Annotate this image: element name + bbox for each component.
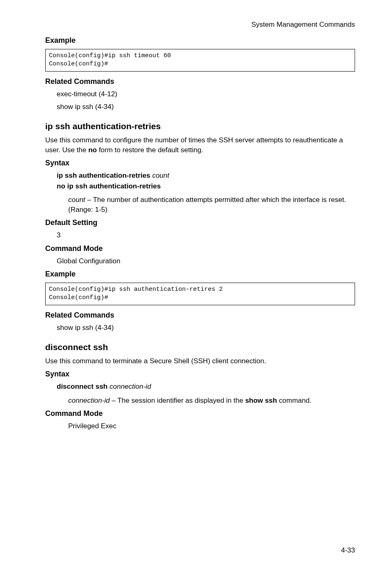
command-description: Use this command to configure the number… [45, 135, 355, 155]
syntax-line-2: no ip ssh authentication-retries [57, 181, 355, 191]
syntax-heading-1: Syntax [45, 159, 355, 167]
desc-bold-no: no [88, 146, 97, 154]
related-command-item: exec-timeout (4-12) [57, 89, 355, 99]
param-bold-show-ssh: show ssh [245, 397, 277, 404]
command-title-ip-ssh-auth-retries: ip ssh authentication-retries [45, 121, 355, 131]
default-setting-value: 3 [57, 230, 355, 240]
command-mode-value: Privileged Exec [68, 421, 355, 431]
command-mode-heading-1: Command Mode [45, 244, 355, 253]
default-setting-heading: Default Setting [45, 218, 355, 227]
syntax-heading-2: Syntax [45, 370, 355, 378]
command-mode-heading-2: Command Mode [45, 409, 355, 418]
related-command-item: show ip ssh (4-34) [57, 102, 355, 111]
syntax-line-3: disconnect ssh connection-id [57, 382, 355, 391]
page-header-right: System Management Commands [45, 21, 355, 29]
syntax-command: disconnect ssh [57, 383, 109, 390]
param-description: – The number of authentication attempts … [68, 196, 346, 213]
command-description: Use this command to terminate a Secure S… [45, 356, 355, 366]
code-block-1: Console(config)#ip ssh timeout 60 Consol… [45, 49, 355, 72]
syntax-command: ip ssh authentication-retries [57, 172, 152, 179]
command-mode-value: Global Configuration [57, 256, 355, 266]
syntax-line-1: ip ssh authentication-retries count [57, 171, 355, 180]
param-name: connection-id [68, 397, 110, 404]
syntax-param: count [152, 172, 169, 179]
param-mid-text: – The session identifier as displayed in… [110, 397, 245, 404]
syntax-param-desc: connection-id – The session identifier a… [68, 396, 355, 405]
page-number: 4-33 [341, 546, 355, 555]
example-heading-1: Example [45, 36, 355, 45]
example-heading-2: Example [45, 270, 355, 279]
syntax-param: connection-id [109, 383, 151, 390]
related-commands-heading-2: Related Commands [45, 311, 355, 320]
param-end-text: command. [277, 397, 311, 404]
command-title-disconnect-ssh: disconnect ssh [45, 342, 355, 352]
syntax-param-desc: count – The number of authentication att… [68, 195, 355, 214]
related-commands-heading-1: Related Commands [45, 77, 355, 86]
related-command-item: show ip ssh (4-34) [57, 323, 355, 332]
desc-text-b: form to restore the default setting. [97, 146, 203, 154]
code-block-2: Console(config)#ip ssh authentication-re… [45, 283, 355, 305]
param-name: count [68, 196, 85, 204]
